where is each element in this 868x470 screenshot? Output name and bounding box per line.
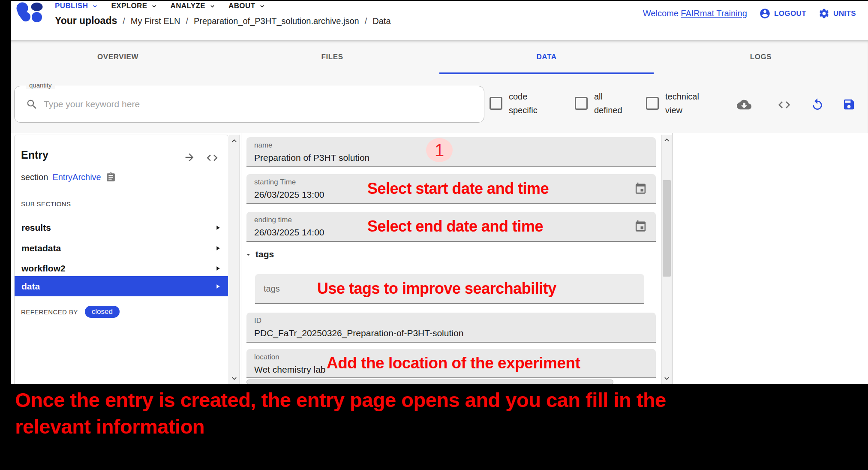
arrow-right-icon: [183, 151, 195, 163]
sidebar-item-label: metadata: [21, 243, 61, 253]
chevron-down-icon: [209, 3, 216, 9]
calendar-icon[interactable]: [634, 220, 647, 233]
sidebar-item-label: workflow2: [21, 263, 66, 274]
nav-analyze[interactable]: ANALYZE: [170, 2, 216, 10]
referenced-by-row: REFERENCED BY closed: [21, 306, 120, 318]
ending-time-field[interactable]: ending time 26/03/2025 14:00 Select end …: [246, 212, 656, 242]
tutorial-caption: Once the entry is created, the entry pag…: [15, 387, 666, 440]
all-defined-checkbox[interactable]: [575, 97, 588, 110]
starting-time-field[interactable]: starting Time 26/03/2025 13:00 Select st…: [246, 174, 656, 204]
breadcrumb: Your uploads / My First ELN / Preparatio…: [55, 15, 391, 27]
sidebar-item-data[interactable]: data: [15, 276, 228, 296]
clipboard-icon[interactable]: [105, 172, 116, 183]
section-label: section: [21, 172, 48, 182]
nav-analyze-label: ANALYZE: [170, 2, 205, 10]
sidebar-scrollbar[interactable]: [229, 135, 240, 384]
tab-data-label: DATA: [536, 53, 556, 61]
horizontal-scrollbar-thumb[interactable]: [246, 380, 613, 384]
ending-time-label: ending time: [254, 216, 648, 224]
sidebar-item-label: results: [21, 223, 51, 233]
location-field[interactable]: location Wet chemistry lab Add the locat…: [246, 349, 656, 378]
section-definition-row: section EntryArchive: [21, 172, 116, 183]
app-header: PUBLISH EXPLORE ANALYZE ABOUT Your uploa…: [11, 1, 868, 40]
nav-publish[interactable]: PUBLISH: [55, 2, 98, 10]
tab-logs[interactable]: LOGS: [654, 40, 868, 74]
tab-logs-label: LOGS: [750, 53, 772, 61]
navigate-arrow-button[interactable]: [183, 151, 195, 165]
lane-divider: [241, 133, 241, 384]
entry-section-panel: Entry section EntryArchive SUB SECTIONS …: [14, 135, 228, 384]
id-field-label: ID: [254, 316, 648, 325]
caption-line-1: Once the entry is created, the entry pag…: [15, 387, 666, 413]
technical-view-label: technicalview: [665, 90, 699, 117]
checkbox-all-defined: alldefined: [575, 90, 622, 117]
code-icon: [206, 151, 219, 164]
form-scrollbar[interactable]: [661, 135, 672, 384]
triangle-right-icon: [214, 224, 221, 231]
gear-icon: [818, 8, 830, 19]
scroll-down-icon[interactable]: [662, 374, 671, 383]
units-button[interactable]: UNITS: [818, 8, 856, 19]
tab-and-filter-bar: OVERVIEW FILES DATA LOGS quantity codesp…: [11, 40, 868, 133]
welcome-user-link[interactable]: FAIRmat Training: [681, 9, 747, 18]
breadcrumb-upload[interactable]: My First ELN: [131, 16, 180, 26]
account-area: Welcome FAIRmat Training LOGOUT UNITS: [643, 8, 856, 19]
panel-title: Entry: [21, 149, 48, 161]
name-field[interactable]: name Preparation of P3HT solution 1: [246, 137, 656, 167]
active-tab-indicator: [439, 72, 654, 74]
nav-about-label: ABOUT: [228, 2, 255, 10]
nav-explore-label: EXPLORE: [111, 2, 147, 10]
breadcrumb-data[interactable]: Data: [372, 16, 390, 26]
scrollbar-thumb[interactable]: [663, 180, 671, 277]
scroll-up-icon[interactable]: [662, 136, 671, 145]
breadcrumb-separator: /: [186, 16, 188, 26]
units-label: UNITS: [833, 9, 856, 18]
tags-group-toggle[interactable]: tags: [244, 249, 274, 259]
tab-files[interactable]: FILES: [225, 40, 439, 74]
tags-annotation: Use tags to improve searchability: [317, 280, 556, 298]
account-icon: [759, 8, 771, 19]
id-field-value: PDC_FaTr_20250326_Preparation-of-P3HT-so…: [254, 328, 648, 338]
breadcrumb-separator: /: [365, 16, 367, 26]
breadcrumb-your-uploads[interactable]: Your uploads: [55, 15, 117, 27]
tags-field[interactable]: tags Use tags to improve searchability: [255, 274, 644, 304]
nav-about[interactable]: ABOUT: [228, 2, 265, 10]
download-archive-button[interactable]: [737, 97, 751, 114]
technical-view-checkbox[interactable]: [646, 97, 659, 110]
starting-time-label: starting Time: [254, 178, 648, 187]
breadcrumb-separator: /: [123, 16, 125, 26]
tab-overview[interactable]: OVERVIEW: [11, 40, 225, 74]
location-field-label: location: [254, 353, 648, 362]
section-definition-link[interactable]: EntryArchive: [52, 172, 101, 182]
checkbox-technical-view: technicalview: [646, 90, 699, 117]
save-button[interactable]: [842, 98, 856, 113]
reload-button[interactable]: [811, 98, 824, 113]
logout-label: LOGOUT: [774, 9, 806, 18]
tab-data[interactable]: DATA: [439, 40, 654, 74]
logout-button[interactable]: LOGOUT: [759, 8, 806, 19]
sidebar-item-results[interactable]: results: [15, 217, 228, 238]
tab-files-label: FILES: [321, 53, 343, 61]
nomad-logo[interactable]: [13, 2, 47, 24]
sidebar-item-workflow2[interactable]: workflow2: [15, 258, 228, 278]
nav-explore[interactable]: EXPLORE: [111, 2, 157, 10]
scroll-down-icon[interactable]: [230, 374, 239, 383]
breadcrumb-entry-file[interactable]: Preparation_of_P3HT_solution.archive.jso…: [194, 16, 359, 26]
chevron-down-icon: [259, 3, 265, 9]
step-annotation-badge: 1: [426, 138, 453, 162]
sidebar-item-metadata[interactable]: metadata: [15, 238, 228, 258]
app-window: PUBLISH EXPLORE ANALYZE ABOUT Your uploa…: [11, 1, 868, 384]
main-nav: PUBLISH EXPLORE ANALYZE ABOUT: [55, 2, 265, 10]
id-field[interactable]: ID PDC_FaTr_20250326_Preparation-of-P3HT…: [246, 313, 656, 343]
chevron-down-icon: [92, 3, 98, 9]
quantity-search-box: quantity: [14, 86, 484, 123]
search-input[interactable]: [44, 86, 464, 122]
calendar-icon[interactable]: [634, 182, 647, 196]
tags-group-label: tags: [255, 249, 274, 259]
json-source-button[interactable]: [777, 98, 791, 114]
section-source-button[interactable]: [206, 151, 219, 166]
referenced-by-badge[interactable]: closed: [85, 306, 120, 318]
scroll-up-icon[interactable]: [230, 136, 239, 145]
code-specific-checkbox[interactable]: [490, 97, 502, 110]
chevron-down-icon: [151, 3, 157, 9]
